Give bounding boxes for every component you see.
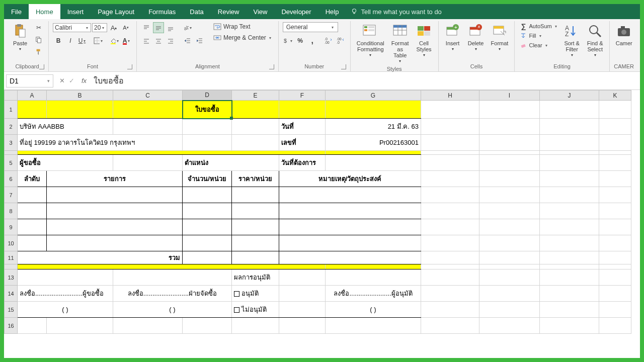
col-header-F[interactable]: F xyxy=(279,90,326,101)
cell-F1[interactable] xyxy=(279,101,326,119)
italic-button[interactable]: I xyxy=(65,35,76,46)
fill-color-button[interactable]: ▾ xyxy=(109,35,120,46)
cell-G15[interactable]: ( ) xyxy=(326,302,421,318)
row-header-4[interactable] xyxy=(5,151,18,155)
cell-A15[interactable]: ( ) xyxy=(18,302,113,318)
align-left-button[interactable] xyxy=(141,35,152,46)
checkbox-icon[interactable] xyxy=(234,307,239,313)
fill-button[interactable]: Fill▾ xyxy=(519,32,558,40)
row-header-13[interactable]: 13 xyxy=(5,269,18,286)
cell-D1[interactable]: ใบขอซื้อ xyxy=(183,101,232,119)
paste-button[interactable]: Paste ▾ xyxy=(10,22,30,62)
cell-J1[interactable] xyxy=(540,101,599,119)
worksheet-grid[interactable]: A B C D E F G H I J K 1 ใบขอซื้อ xyxy=(4,90,640,358)
menu-insert[interactable]: Insert xyxy=(60,4,91,19)
cell-C15[interactable]: ( ) xyxy=(113,302,232,318)
format-as-table-button[interactable]: Format as Table▾ xyxy=(389,22,411,65)
font-color-button[interactable]: A▾ xyxy=(121,35,132,46)
cell-E13[interactable]: ผลการอนุมัติ xyxy=(232,269,279,286)
cell-A2[interactable]: บริษัท AAABBB xyxy=(18,119,113,135)
cancel-formula-button[interactable]: ✕ xyxy=(59,77,65,84)
col-header-B[interactable]: B xyxy=(47,90,113,101)
cell-F3[interactable]: เลขที่ xyxy=(279,135,326,151)
menu-view[interactable]: View xyxy=(246,4,274,19)
decrease-font-button[interactable]: A▾ xyxy=(120,22,131,33)
cell-F6[interactable]: หมายเหตุ/วัตถุประสงค์ xyxy=(279,171,421,187)
cell-A14[interactable]: ลงชื่อ..........................ผู้ขอซื้… xyxy=(18,286,113,302)
cell-D5[interactable]: ตำแหน่ง xyxy=(183,155,279,171)
row-header-15[interactable]: 15 xyxy=(5,302,18,318)
col-header-G[interactable]: G xyxy=(326,90,421,101)
cell-D6[interactable]: จำนวน/หน่วย xyxy=(183,171,232,187)
select-all-corner[interactable] xyxy=(5,90,18,101)
cell-B6[interactable]: รายการ xyxy=(47,171,183,187)
sort-filter-button[interactable]: AZ Sort & Filter▾ xyxy=(562,22,582,62)
cell-F2[interactable]: วันที่ xyxy=(279,119,326,135)
percent-button[interactable]: % xyxy=(295,35,306,46)
col-header-A[interactable]: A xyxy=(18,90,47,101)
cell-A11[interactable]: รวม xyxy=(18,251,183,264)
number-format-select[interactable]: General▾ xyxy=(283,22,338,32)
cell-C2[interactable] xyxy=(113,119,183,135)
camera-button[interactable]: Camer xyxy=(614,22,634,62)
insert-cells-button[interactable]: + Insert▾ xyxy=(443,22,463,62)
enter-formula-button[interactable]: ✓ xyxy=(69,77,74,84)
format-painter-button[interactable] xyxy=(33,46,44,57)
menu-formulas[interactable]: Formulas xyxy=(141,4,183,19)
cell-A5[interactable]: ผู้ขอซื้อ xyxy=(18,155,113,171)
cell-H1[interactable] xyxy=(421,101,479,119)
comma-button[interactable]: , xyxy=(307,35,318,46)
col-header-E[interactable]: E xyxy=(232,90,279,101)
cell-styles-button[interactable]: Cell Styles▾ xyxy=(414,22,434,65)
cell-G1[interactable] xyxy=(326,101,421,119)
cell-E1[interactable] xyxy=(232,101,279,119)
cell-E14[interactable]: อนุมัติ xyxy=(232,286,279,302)
row-header-7[interactable]: 7 xyxy=(5,187,18,203)
col-header-K[interactable]: K xyxy=(599,90,631,101)
align-top-button[interactable] xyxy=(141,22,152,33)
autosum-button[interactable]: ∑AutoSum▾ xyxy=(519,22,558,30)
menu-data[interactable]: Data xyxy=(183,4,210,19)
borders-button[interactable]: ▾ xyxy=(93,35,104,46)
menu-review[interactable]: Review xyxy=(211,4,247,19)
merge-center-button[interactable]: Merge & Center ▾ xyxy=(211,33,274,42)
delete-cells-button[interactable]: × Delete▾ xyxy=(466,22,486,62)
font-size-select[interactable]: 20▾ xyxy=(92,23,107,32)
cell-C14[interactable]: ลงชื่อ.........................ฝ่ายจัดซื… xyxy=(113,286,232,302)
col-header-J[interactable]: J xyxy=(540,90,599,101)
col-header-C[interactable]: C xyxy=(113,90,183,101)
menu-file[interactable]: File xyxy=(4,4,29,19)
cell-G3[interactable]: Pr002163001 xyxy=(326,135,421,151)
cell-D3[interactable] xyxy=(183,135,232,151)
bold-button[interactable]: B xyxy=(53,35,64,46)
align-middle-button[interactable] xyxy=(153,22,164,33)
cell-I1[interactable] xyxy=(479,101,540,119)
cell-G2[interactable]: 21 มี.ค. 63 xyxy=(326,119,421,135)
format-cells-button[interactable]: Format▾ xyxy=(489,22,511,62)
row-header-6[interactable]: 6 xyxy=(5,171,18,187)
cell-E3[interactable] xyxy=(232,135,279,151)
cell-C1[interactable] xyxy=(113,101,183,119)
col-header-D[interactable]: D xyxy=(183,90,232,101)
cell-K1[interactable] xyxy=(599,101,631,119)
dialog-launcher-icon[interactable] xyxy=(341,64,346,69)
cut-button[interactable]: ✂ xyxy=(33,22,44,33)
fx-icon[interactable]: fx xyxy=(78,77,90,84)
row-header-1[interactable]: 1 xyxy=(5,101,18,119)
cell-E2[interactable] xyxy=(232,119,279,135)
row-header-3[interactable]: 3 xyxy=(5,135,18,151)
conditional-formatting-button[interactable]: Conditional Formatting▾ xyxy=(355,22,386,65)
name-box[interactable]: D1▾ xyxy=(6,74,53,87)
col-header-H[interactable]: H xyxy=(421,90,479,101)
menu-help[interactable]: Help xyxy=(318,4,346,19)
cell-A1[interactable] xyxy=(18,101,47,119)
increase-font-button[interactable]: A▴ xyxy=(108,22,119,33)
align-right-button[interactable] xyxy=(165,35,176,46)
cell-F5[interactable]: วันที่ต้องการ xyxy=(279,155,326,171)
copy-button[interactable] xyxy=(33,34,44,45)
dialog-launcher-icon[interactable] xyxy=(127,64,132,69)
increase-decimal-button[interactable]: .0.00 xyxy=(323,35,334,46)
wrap-text-button[interactable]: Wrap Text xyxy=(211,22,274,31)
row-header-8[interactable]: 8 xyxy=(5,203,18,219)
menu-developer[interactable]: Developer xyxy=(274,4,318,19)
